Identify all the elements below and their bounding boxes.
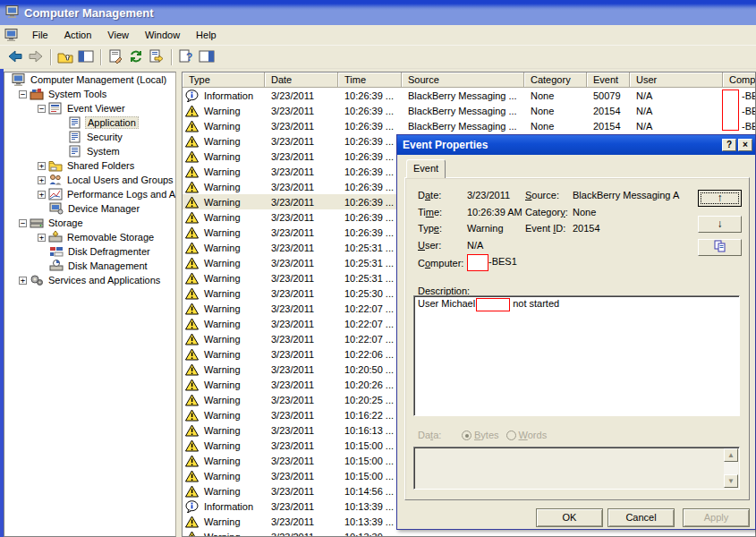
expand-icon[interactable]: + <box>38 234 46 242</box>
ok-button[interactable]: OK <box>536 508 603 527</box>
tree-item-performance-logs-and-alert[interactable]: +Performance Logs and Alert: <box>4 187 175 201</box>
previous-event-button[interactable]: ↑ <box>698 190 742 207</box>
show-hide-tree-icon <box>78 49 94 65</box>
column-header-user[interactable]: User <box>630 72 723 88</box>
collapse-icon[interactable]: − <box>19 90 27 98</box>
warning-icon <box>185 303 201 315</box>
menu-help[interactable]: Help <box>188 27 225 43</box>
dialog-title-bar[interactable]: Event Properties ? × <box>397 135 755 155</box>
column-header-event[interactable]: Event <box>587 72 630 88</box>
tree-item-label[interactable]: Shared Folders <box>65 160 136 171</box>
column-header-time[interactable]: Time <box>338 72 402 88</box>
cell-time: 10:26:39 ... <box>338 197 402 208</box>
help-button[interactable]: ? <box>176 47 196 67</box>
copy-button[interactable] <box>698 239 742 256</box>
tree-item-label[interactable]: System <box>85 146 122 157</box>
cancel-button[interactable]: Cancel <box>607 508 675 527</box>
tree-item-label[interactable]: Storage <box>47 217 85 228</box>
menu-action[interactable]: Action <box>56 27 100 43</box>
export-list-button[interactable] <box>147 47 166 67</box>
up-folder-button[interactable] <box>55 47 75 67</box>
collapse-icon[interactable]: − <box>38 105 46 113</box>
tree-item-label[interactable]: Performance Logs and Alert: <box>65 189 176 200</box>
user-label: User: <box>418 240 441 251</box>
column-header-source[interactable]: Source <box>402 72 524 88</box>
copy-icon <box>713 243 727 255</box>
cell-time: 10:25:31 ... <box>338 273 402 284</box>
forward-button[interactable] <box>26 47 46 67</box>
column-header-date[interactable]: Date <box>265 72 338 88</box>
tree-item-label[interactable]: Security <box>85 132 124 142</box>
event-row[interactable]: Warning3/23/201110:26:39 ...BlackBerry M… <box>183 103 755 118</box>
cell-time: 10:13:39 ... <box>338 532 402 537</box>
tree-item-event-viewer[interactable]: −Event Viewer <box>4 101 175 115</box>
description-box[interactable]: User Michaelnot started <box>413 295 740 416</box>
warning-icon <box>185 196 201 209</box>
expand-icon[interactable]: + <box>19 277 27 285</box>
tree-item-computer-management-local[interactable]: Computer Management (Local) <box>4 72 175 87</box>
expand-icon[interactable]: + <box>38 191 46 199</box>
expand-icon[interactable]: + <box>38 162 46 170</box>
tree-item-device-manager[interactable]: Device Manager <box>4 201 175 216</box>
column-header-computer[interactable]: Computer <box>723 72 756 88</box>
cell-type: Warning <box>183 485 265 498</box>
expand-icon[interactable]: + <box>38 176 46 184</box>
tab-event[interactable]: Event <box>406 159 446 178</box>
menu-view[interactable]: View <box>99 27 137 43</box>
tree-item-services-and-applications[interactable]: +Services and Applications <box>4 273 175 287</box>
tree-item-label[interactable]: Removable Storage <box>65 232 156 243</box>
tree-item-system-tools[interactable]: −System Tools <box>4 87 175 101</box>
tree-item-application[interactable]: Application <box>4 115 175 130</box>
properties-button[interactable] <box>106 47 125 67</box>
show-hide-tree-button[interactable] <box>76 47 96 67</box>
tree-item-disk-defragmenter[interactable]: Disk Defragmenter <box>4 244 175 259</box>
cell-time: 10:26:39 ... <box>338 227 402 238</box>
collapse-icon[interactable]: − <box>19 219 27 227</box>
cell-date: 3/23/2011 <box>265 364 338 375</box>
tree-item-label[interactable]: Computer Management (Local) <box>29 74 168 85</box>
title-bar[interactable]: Computer Management <box>0 0 756 25</box>
column-header-type[interactable]: Type <box>183 72 265 88</box>
event-row[interactable]: Information3/23/201110:26:39 ...BlackBer… <box>183 88 755 103</box>
cell-time: 10:15:00 ... <box>338 471 402 482</box>
column-header-category[interactable]: Category <box>524 72 587 88</box>
cell-time: 10:22:07 ... <box>338 303 402 314</box>
tree-item-security[interactable]: Security <box>4 130 175 144</box>
tree-item-shared-folders[interactable]: +Shared Folders <box>4 158 175 173</box>
tree-item-label[interactable]: Application <box>85 116 139 129</box>
tree-item-label[interactable]: Device Manager <box>66 203 141 214</box>
tree-item-label[interactable]: Services and Applications <box>47 275 162 286</box>
warning-icon <box>185 485 201 498</box>
tree-item-removable-storage[interactable]: +Removable Storage <box>4 230 175 244</box>
menu-window[interactable]: Window <box>137 27 188 43</box>
menu-file[interactable]: File <box>24 27 56 43</box>
cell-date: 3/23/2011 <box>265 243 338 253</box>
tree-item-label[interactable]: Disk Defragmenter <box>66 246 152 257</box>
dialog-help-button[interactable]: ? <box>722 139 736 151</box>
event-row[interactable]: Warning3/23/201110:13:39 ... <box>183 529 755 537</box>
data-scrollbar[interactable]: ▲ ▼ <box>724 448 738 488</box>
cell-time: 10:26:39 ... <box>338 136 402 147</box>
tree-item-label[interactable]: Event Viewer <box>65 103 127 114</box>
scroll-down-icon[interactable]: ▼ <box>724 474 738 488</box>
show-hide-panel-button[interactable] <box>197 47 217 67</box>
warning-icon <box>185 439 201 452</box>
warning-icon <box>185 409 201 422</box>
source-label: Source: <box>525 190 559 200</box>
tree-item-disk-management[interactable]: Disk Management <box>4 259 175 273</box>
tree-item-system[interactable]: System <box>4 144 175 158</box>
next-event-button[interactable]: ↓ <box>698 216 742 233</box>
warning-icon <box>185 272 201 285</box>
computer-icon <box>12 73 26 86</box>
dialog-close-button[interactable]: × <box>738 139 752 151</box>
tree-item-local-users-and-groups[interactable]: +Local Users and Groups <box>4 173 175 187</box>
log-icon <box>68 145 82 158</box>
back-button[interactable] <box>5 47 25 67</box>
tree-item-label[interactable]: Disk Management <box>66 260 149 271</box>
tree-item-label[interactable]: Local Users and Groups <box>65 175 175 185</box>
scroll-up-icon[interactable]: ▲ <box>724 448 738 462</box>
tree-item-label[interactable]: System Tools <box>47 89 108 99</box>
refresh-button[interactable] <box>126 47 146 67</box>
tree-item-storage[interactable]: −Storage <box>4 216 175 230</box>
event-row[interactable]: Warning3/23/201110:26:39 ...BlackBerry M… <box>183 118 755 133</box>
